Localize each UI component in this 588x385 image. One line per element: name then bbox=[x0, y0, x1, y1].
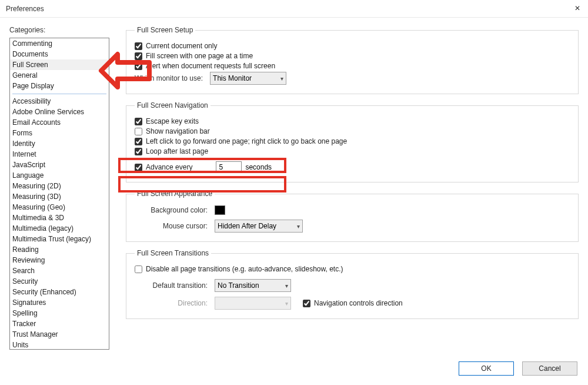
category-item[interactable]: Language bbox=[10, 170, 109, 181]
category-item[interactable]: Measuring (2D) bbox=[10, 181, 109, 191]
group-navigation-legend: Full Screen Navigation bbox=[135, 101, 211, 109]
chevron-down-icon: ▾ bbox=[285, 300, 288, 307]
category-item[interactable]: Multimedia (legacy) bbox=[10, 223, 109, 234]
dialog-body: Categories: CommentingDocumentsFull Scre… bbox=[0, 18, 588, 352]
cancel-button[interactable]: Cancel bbox=[522, 361, 577, 376]
settings-panel: Full Screen Setup Current document only … bbox=[109, 26, 579, 352]
default-transition-select[interactable]: No Transition ▾ bbox=[215, 279, 291, 292]
category-item[interactable]: Spelling bbox=[10, 308, 109, 318]
category-item[interactable]: Identity bbox=[10, 138, 109, 149]
group-transitions: Full Screen Transitions Disable all page… bbox=[126, 249, 579, 319]
checkbox-advance-every[interactable]: Advance every bbox=[135, 163, 192, 171]
category-item[interactable]: Adobe Online Services bbox=[10, 107, 109, 117]
chevron-down-icon: ▾ bbox=[285, 283, 288, 289]
mouse-cursor-select[interactable]: Hidden After Delay ▾ bbox=[215, 220, 303, 233]
group-appearance: Full Screen Appearance Background color:… bbox=[126, 190, 579, 242]
default-transition-label: Default transition: bbox=[135, 281, 211, 290]
category-item[interactable]: Page Display bbox=[10, 81, 109, 91]
category-item[interactable]: JavaScript bbox=[10, 160, 109, 170]
group-setup: Full Screen Setup Current document only … bbox=[126, 26, 579, 94]
category-item[interactable]: Internet bbox=[10, 149, 109, 160]
checkbox-alert-fullscreen[interactable]: Alert when document requests full screen bbox=[135, 62, 275, 70]
category-item[interactable]: Reviewing bbox=[10, 255, 109, 265]
categories-panel: Categories: CommentingDocumentsFull Scre… bbox=[9, 26, 109, 352]
checkbox-advance-every-input[interactable] bbox=[135, 164, 142, 171]
categories-listbox[interactable]: CommentingDocumentsFull ScreenGeneralPag… bbox=[9, 38, 109, 350]
category-item[interactable]: Security (Enhanced) bbox=[10, 287, 109, 297]
category-item[interactable]: Forms bbox=[10, 128, 109, 138]
category-item[interactable]: Documents bbox=[10, 49, 109, 59]
category-item[interactable]: General bbox=[10, 70, 109, 81]
category-item[interactable]: Security bbox=[10, 276, 109, 287]
category-item[interactable]: Multimedia & 3D bbox=[10, 213, 109, 223]
advance-seconds-input[interactable] bbox=[216, 161, 242, 173]
checkbox-disable-transitions-input[interactable] bbox=[135, 265, 142, 273]
category-item[interactable]: Tracker bbox=[10, 318, 109, 329]
checkbox-current-document-input[interactable] bbox=[135, 42, 142, 50]
category-item[interactable]: Reading bbox=[10, 244, 109, 255]
checkbox-show-nav-bar-input[interactable] bbox=[135, 128, 142, 135]
checkbox-show-nav-bar[interactable]: Show navigation bar bbox=[135, 127, 210, 135]
checkbox-alert-fullscreen-input[interactable] bbox=[135, 62, 142, 70]
monitor-select[interactable]: This Monitor ▾ bbox=[210, 72, 286, 85]
category-item[interactable]: Measuring (Geo) bbox=[10, 202, 109, 213]
category-item[interactable]: Multimedia Trust (legacy) bbox=[10, 234, 109, 244]
category-item[interactable]: Commenting bbox=[10, 38, 109, 49]
category-item[interactable]: Email Accounts bbox=[10, 117, 109, 128]
checkbox-loop-after-last-input[interactable] bbox=[135, 148, 142, 155]
direction-select: ▾ bbox=[215, 297, 291, 310]
close-icon: ✕ bbox=[574, 4, 580, 12]
direction-label: Direction: bbox=[135, 299, 211, 307]
category-item[interactable]: Units bbox=[10, 340, 109, 350]
category-item[interactable]: Search bbox=[10, 265, 109, 276]
checkbox-loop-after-last[interactable]: Loop after last page bbox=[135, 147, 208, 155]
mouse-cursor-label: Mouse cursor: bbox=[135, 222, 211, 230]
categories-label: Categories: bbox=[9, 26, 109, 34]
checkbox-nav-controls-direction-input[interactable] bbox=[303, 300, 310, 307]
checkbox-escape-exits-input[interactable] bbox=[135, 118, 142, 125]
checkbox-nav-controls-direction[interactable]: Navigation controls direction bbox=[303, 299, 403, 307]
category-item[interactable]: Trust Manager bbox=[10, 329, 109, 340]
titlebar: Preferences ✕ bbox=[0, 0, 588, 18]
bg-color-label: Background color: bbox=[135, 206, 211, 214]
close-button[interactable]: ✕ bbox=[572, 2, 583, 14]
monitor-label: Which monitor to use: bbox=[135, 74, 206, 82]
checkbox-current-document[interactable]: Current document only bbox=[135, 42, 217, 50]
chevron-down-icon: ▾ bbox=[297, 223, 300, 230]
category-separator bbox=[12, 94, 106, 94]
category-item[interactable]: Accessibility bbox=[10, 96, 109, 107]
chevron-down-icon: ▾ bbox=[280, 75, 283, 82]
category-item[interactable]: Full Screen bbox=[10, 59, 109, 70]
checkbox-disable-transitions[interactable]: Disable all page transitions (e.g. auto-… bbox=[135, 265, 343, 273]
checkbox-click-navigation-input[interactable] bbox=[135, 138, 142, 145]
checkbox-fill-screen[interactable]: Fill screen with one page at a time bbox=[135, 52, 253, 60]
window-title: Preferences bbox=[6, 5, 44, 13]
checkbox-fill-screen-input[interactable] bbox=[135, 52, 142, 60]
dialog-buttons: OK Cancel bbox=[459, 361, 577, 376]
bg-color-swatch[interactable] bbox=[215, 205, 225, 215]
checkbox-escape-exits[interactable]: Escape key exits bbox=[135, 117, 199, 125]
group-navigation: Full Screen Navigation Escape key exits … bbox=[126, 101, 579, 182]
advance-seconds-unit: seconds bbox=[245, 163, 272, 171]
group-transitions-legend: Full Screen Transitions bbox=[135, 249, 211, 257]
category-item[interactable]: Signatures bbox=[10, 297, 109, 308]
category-item[interactable]: Measuring (3D) bbox=[10, 191, 109, 202]
ok-button[interactable]: OK bbox=[459, 361, 514, 376]
group-appearance-legend: Full Screen Appearance bbox=[135, 190, 215, 198]
checkbox-click-navigation[interactable]: Left click to go forward one page; right… bbox=[135, 137, 347, 145]
group-setup-legend: Full Screen Setup bbox=[135, 26, 195, 34]
